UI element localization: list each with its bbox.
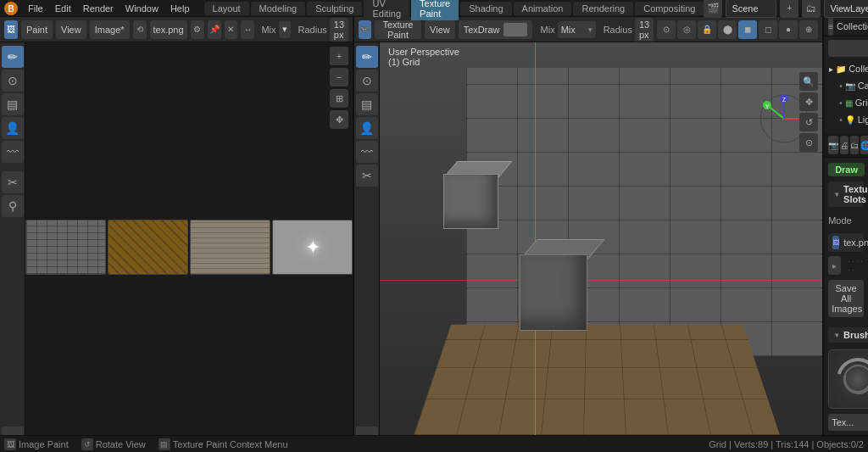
outliner-item-camera[interactable]: • 📷 Camera 👁 ◎ 🔒	[836, 77, 866, 94]
viewport-type-icon[interactable]: 🎮	[359, 20, 371, 39]
image-editor-type-icon[interactable]: 🖼	[4, 20, 18, 39]
status-rotate-view: ↺ Rotate View	[81, 438, 146, 450]
sync-icon[interactable]: ⟲	[133, 20, 147, 39]
mix-label-left: Mix	[261, 25, 275, 35]
image-editor-tool-sidebar: ✏ ⊙ ▤ 👤 〰 ✂ ⚲ ✒	[0, 42, 25, 452]
vp-blur-tool[interactable]: ⊙	[356, 70, 378, 92]
tex-pin-icon[interactable]: 📌	[208, 20, 221, 39]
tab-rendering[interactable]: Rendering	[573, 2, 633, 15]
zoom-out-icon[interactable]: −	[330, 68, 348, 86]
zoom-in-icon[interactable]: +	[330, 47, 348, 65]
annotate-tool[interactable]: 〰	[2, 141, 24, 163]
tab-layout[interactable]: Layout	[204, 2, 249, 15]
texture-strip	[25, 215, 353, 279]
smear-tool[interactable]: ⚲	[2, 195, 24, 217]
props-panel-inner: ≡ Collection ▾ 🔍 ▾ ▸ 📁 Collection 👁 ◎	[824, 17, 868, 452]
brush-name-input[interactable]	[828, 414, 868, 431]
mix-select-right[interactable]: Mix	[561, 25, 588, 35]
vp-fill-tool[interactable]: ▤	[356, 93, 378, 115]
texture-slots-header[interactable]: Texture Slots	[828, 181, 864, 207]
tab-modeling[interactable]: Modeling	[251, 2, 306, 15]
tex-slot-expand-icon[interactable]: ▸	[828, 256, 841, 275]
local-vp-icon[interactable]: ⊙	[799, 133, 818, 152]
tex-slot-name: tex.png	[843, 237, 868, 248]
material-icon[interactable]: ●	[779, 20, 798, 39]
props-search-input[interactable]	[828, 40, 868, 57]
image-paint-icon: 🖼	[4, 438, 16, 450]
mask-tool[interactable]: 👤	[2, 117, 24, 139]
zoom-vp-icon[interactable]: 🔍	[799, 72, 818, 91]
texture-name-left: tex.png	[153, 25, 184, 35]
paint-menu[interactable]: Paint	[21, 20, 53, 39]
collection-name: Collection	[849, 64, 868, 74]
menu-edit[interactable]: Edit	[49, 0, 77, 16]
render-props-icon[interactable]: 📷	[828, 136, 838, 154]
menu-file[interactable]: File	[22, 0, 49, 16]
left-panel-image-editor: 🖼 Paint View Image* ⟲ tex.png ⚙ 📌 ✕ ↔ Mi…	[0, 17, 354, 452]
viewport-3d[interactable]: User Perspective (1) Grid X Y	[380, 42, 822, 452]
grab-icon[interactable]: ✥	[330, 110, 348, 129]
texture-thumb-2[interactable]	[108, 220, 188, 275]
fill-tool[interactable]: ▤	[2, 93, 24, 115]
view-all-icon[interactable]: ⊞	[330, 89, 348, 108]
solid-icon[interactable]: ◼	[738, 20, 757, 39]
texture-thumb-3[interactable]	[190, 220, 270, 275]
image-canvas[interactable]: + − ⊞ ✥	[25, 42, 353, 452]
vp-draw-tool[interactable]: ✏	[356, 46, 378, 68]
clone-tool[interactable]: ✂	[2, 171, 24, 193]
view-menu-left[interactable]: View	[56, 20, 86, 39]
output-props-icon[interactable]: 🖨	[840, 136, 849, 154]
wire-icon[interactable]: ◻	[759, 20, 777, 39]
render-icon[interactable]: ⊕	[799, 20, 818, 39]
view-layer-props-icon[interactable]: 🗂	[850, 136, 859, 154]
grab-vp-icon[interactable]: ✥	[799, 92, 818, 111]
tab-texture-paint[interactable]: Texture Paint	[411, 0, 459, 20]
tab-uv-editing[interactable]: UV Editing	[364, 0, 409, 20]
image-paint-label: Image Paint	[19, 439, 69, 449]
scene-props-icon[interactable]: 🌐	[860, 136, 868, 154]
outliner-icon[interactable]: ≡	[828, 17, 833, 36]
grid-expand-icon: •	[839, 97, 843, 109]
vp-mask-tool[interactable]: 👤	[356, 117, 378, 139]
texture-thumb-1[interactable]	[25, 220, 106, 275]
tab-shading[interactable]: Shading	[460, 2, 511, 15]
brushes-header[interactable]: Brushes	[828, 327, 868, 343]
tab-compositing[interactable]: Compositing	[635, 2, 704, 15]
texture-thumb-4[interactable]	[272, 220, 353, 275]
radius-value-left[interactable]: 13 px	[330, 18, 348, 42]
viewport-lock-icon[interactable]: 🔒	[698, 20, 716, 39]
status-image-paint: 🖼 Image Paint	[4, 438, 69, 450]
camera-icon: 📷	[845, 80, 855, 92]
scene-name-input[interactable]	[726, 0, 776, 18]
texture-paint-menu[interactable]: Texture Paint	[375, 20, 421, 39]
save-all-images-btn[interactable]: Save All Images	[828, 280, 864, 317]
image-editor-header: 🖼 Paint View Image* ⟲ tex.png ⚙ 📌 ✕ ↔ Mi…	[0, 17, 353, 42]
image-menu[interactable]: Image*	[90, 20, 130, 39]
menu-render[interactable]: Render	[77, 0, 120, 16]
mix-select-left[interactable]: ▾	[282, 24, 287, 35]
viewport-overlays-icon[interactable]: ⊙	[657, 20, 676, 39]
menu-window[interactable]: Window	[120, 0, 164, 16]
scene-add-icon[interactable]: +	[780, 0, 798, 18]
tab-animation[interactable]: Animation	[514, 2, 572, 15]
tab-sculpting[interactable]: Sculpting	[307, 2, 362, 15]
sync2-icon[interactable]: ↔	[241, 20, 254, 39]
outliner-item-grid[interactable]: • ▦ Grid 👁 ◎ 🔒	[836, 94, 866, 111]
view-menu-right[interactable]: View	[425, 20, 455, 39]
vp-annotate-tool[interactable]: 〰	[356, 141, 378, 163]
draw-tool[interactable]: ✏	[2, 46, 24, 68]
viewport-gizmos-icon[interactable]: ◎	[677, 20, 696, 39]
light-expand-icon: •	[839, 114, 843, 126]
viewlayer-input[interactable]	[824, 0, 868, 18]
vp-clone-tool[interactable]: ✂	[356, 165, 378, 187]
tex-close-icon[interactable]: ✕	[225, 20, 238, 39]
status-bar: 🖼 Image Paint ↺ Rotate View ▤ Texture Pa…	[0, 435, 868, 452]
outliner-item-light[interactable]: • 💡 Light 👁 ◎ 🔒	[836, 111, 866, 128]
viewport-local-icon[interactable]: ⬤	[718, 20, 737, 39]
radius-value-right[interactable]: 13 px	[635, 18, 654, 42]
rotate-vp-icon[interactable]: ↺	[799, 113, 818, 131]
blur-tool[interactable]: ⊙	[2, 70, 24, 92]
menu-help[interactable]: Help	[164, 0, 196, 16]
outliner-item-collection[interactable]: ▸ 📁 Collection 👁 ◎	[826, 60, 866, 77]
tex-settings-icon[interactable]: ⚙	[191, 20, 204, 39]
